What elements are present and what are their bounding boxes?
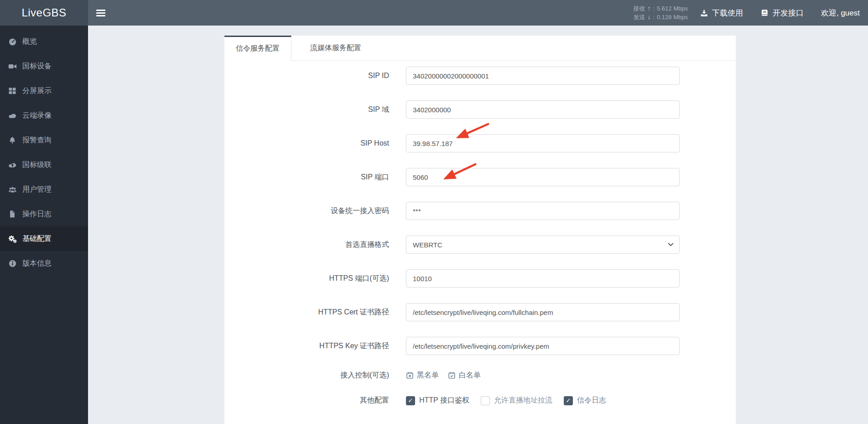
- http-auth-checkbox[interactable]: ✓ HTTP 接口鉴权: [406, 396, 469, 405]
- form-row-sip-domain: SIP 域: [224, 100, 736, 119]
- sip-domain-input[interactable]: [406, 100, 680, 119]
- blacklist-label: 黑名单: [417, 371, 439, 380]
- form-row-device-password: 设备统一接入密码: [224, 202, 736, 220]
- other-config-label: 其他配置: [224, 396, 389, 405]
- video-camera-icon: [7, 62, 17, 71]
- checkbox-icon: ✓: [564, 396, 573, 405]
- live-format-label: 首选直播格式: [224, 240, 389, 250]
- grid-icon: [7, 87, 17, 95]
- form-row-sip-host: SIP Host: [224, 134, 736, 152]
- cloud-icon: [7, 111, 17, 120]
- send-separator: :: [653, 13, 655, 21]
- calendar-times-icon: [406, 372, 414, 379]
- receive-rate: 接收 ↑ : 5.612 Mbps: [633, 4, 688, 13]
- config-card: 信令服务配置 流媒体服务配置 SIP ID SIP 域 SIP Host SIP…: [224, 36, 736, 424]
- send-rate: 发送 ↓ : 0.128 Mbps: [633, 13, 688, 21]
- send-label: 发送: [633, 13, 645, 21]
- checkbox-icon: ✓: [406, 396, 415, 405]
- sip-id-input[interactable]: [406, 67, 680, 85]
- receive-label: 接收: [633, 4, 645, 13]
- sidebar-item-label: 报警查询: [22, 136, 52, 145]
- signaling-log-checkbox[interactable]: ✓ 信令日志: [564, 396, 606, 405]
- info-circle-icon: [7, 259, 17, 268]
- sip-port-input[interactable]: [406, 168, 680, 186]
- calendar-check-icon: [448, 372, 456, 379]
- live-format-select[interactable]: WEBRTC: [406, 236, 680, 254]
- sip-port-label: SIP 端口: [224, 173, 389, 182]
- download-link[interactable]: 下载使用: [700, 8, 743, 18]
- https-port-label: HTTPS 端口(可选): [224, 274, 389, 283]
- top-header: LiveGBS 接收 ↑ : 5.612 Mbps 发送 ↓ : 0.128 M…: [0, 0, 868, 26]
- sidebar-item-gb-devices[interactable]: 国标设备: [0, 54, 88, 79]
- sidebar-item-label: 版本信息: [22, 259, 52, 268]
- gauge-icon: [7, 37, 17, 46]
- arrow-down-icon: ↓: [647, 13, 650, 21]
- sidebar-nav: 概览 国标设备 分屏展示 云端录像 报警查询 国标级联 用户管理: [0, 26, 88, 424]
- cloud-upload-icon: [7, 161, 17, 169]
- sidebar-item-operation-log[interactable]: 操作日志: [0, 202, 88, 226]
- sip-host-input[interactable]: [406, 134, 680, 152]
- https-cert-input[interactable]: [406, 303, 680, 321]
- signaling-log-label: 信令日志: [577, 396, 606, 405]
- welcome-label: 欢迎, guest: [821, 8, 860, 18]
- device-password-input[interactable]: [406, 202, 680, 220]
- tab-signaling-service[interactable]: 信令服务配置: [224, 36, 291, 61]
- http-auth-label: HTTP 接口鉴权: [419, 396, 469, 405]
- form-row-sip-port: SIP 端口: [224, 168, 736, 186]
- form-row-live-format: 首选直播格式 WEBRTC: [224, 236, 736, 254]
- sidebar-item-label: 基础配置: [22, 234, 52, 244]
- config-tabbar: 信令服务配置 流媒体服务配置: [224, 36, 736, 61]
- https-port-input[interactable]: [406, 269, 680, 288]
- book-icon: [760, 9, 769, 17]
- app-logo: LiveGBS: [0, 0, 88, 26]
- receive-separator: :: [653, 4, 655, 13]
- sidebar-item-label: 操作日志: [22, 209, 52, 219]
- download-label: 下载使用: [712, 8, 743, 18]
- sidebar-item-gb-cascade[interactable]: 国标级联: [0, 152, 88, 177]
- signaling-config-form: SIP ID SIP 域 SIP Host SIP 端口 设备统一接入密码 首选…: [224, 61, 736, 405]
- form-row-sip-id: SIP ID: [224, 67, 736, 85]
- file-icon: [7, 210, 17, 218]
- sidebar-item-cloud-recording[interactable]: 云端录像: [0, 103, 88, 128]
- form-row-https-key: HTTPS Key 证书路径: [224, 337, 736, 355]
- api-label: 开发接口: [773, 8, 804, 18]
- users-icon: [7, 185, 17, 194]
- blacklist-link[interactable]: 黑名单: [406, 371, 439, 380]
- sidebar-item-overview[interactable]: 概览: [0, 29, 88, 54]
- download-icon: [700, 9, 708, 17]
- bandwidth-stats: 接收 ↑ : 5.612 Mbps 发送 ↓ : 0.128 Mbps: [633, 0, 688, 26]
- https-key-label: HTTPS Key 证书路径: [224, 341, 389, 351]
- form-row-https-port: HTTPS 端口(可选): [224, 269, 736, 288]
- sidebar-item-label: 国标设备: [22, 62, 52, 71]
- whitelist-link[interactable]: 白名单: [448, 371, 481, 380]
- allow-pull-stream-label: 允许直播地址拉流: [494, 396, 552, 405]
- https-key-input[interactable]: [406, 337, 680, 355]
- sidebar-item-label: 国标级联: [22, 160, 52, 170]
- arrow-up-icon: ↑: [647, 4, 650, 13]
- sidebar-item-split-screen[interactable]: 分屏展示: [0, 79, 88, 103]
- sidebar-item-label: 分屏展示: [22, 86, 52, 96]
- sidebar-item-label: 用户管理: [22, 185, 52, 194]
- sip-id-label: SIP ID: [224, 72, 389, 80]
- tab-media-service[interactable]: 流媒体服务配置: [299, 36, 373, 60]
- welcome-user[interactable]: 欢迎, guest: [821, 8, 860, 18]
- sidebar-item-version-info[interactable]: 版本信息: [0, 251, 88, 276]
- form-row-other-config: 其他配置 ✓ HTTP 接口鉴权 ✓ 允许直播地址拉流 ✓ 信令日志: [224, 396, 736, 405]
- allow-pull-stream-checkbox[interactable]: ✓ 允许直播地址拉流: [481, 396, 552, 405]
- sip-domain-label: SIP 域: [224, 105, 389, 115]
- sidebar-item-label: 云端录像: [22, 111, 52, 120]
- api-link[interactable]: 开发接口: [760, 8, 804, 18]
- https-cert-label: HTTPS Cert 证书路径: [224, 308, 389, 317]
- sidebar-item-user-management[interactable]: 用户管理: [0, 177, 88, 202]
- cogs-icon: [7, 235, 17, 243]
- sidebar-item-basic-config[interactable]: 基础配置: [0, 226, 88, 251]
- sidebar-item-alarm-query[interactable]: 报警查询: [0, 128, 88, 152]
- bell-icon: [7, 136, 17, 144]
- access-control-label: 接入控制(可选): [224, 371, 389, 380]
- form-row-https-cert: HTTPS Cert 证书路径: [224, 303, 736, 321]
- form-row-access-control: 接入控制(可选) 黑名单 白名单: [224, 371, 736, 380]
- whitelist-label: 白名单: [459, 371, 481, 380]
- sip-host-label: SIP Host: [224, 139, 389, 147]
- sidebar-toggle-button[interactable]: [88, 0, 114, 26]
- hamburger-icon: [96, 10, 105, 16]
